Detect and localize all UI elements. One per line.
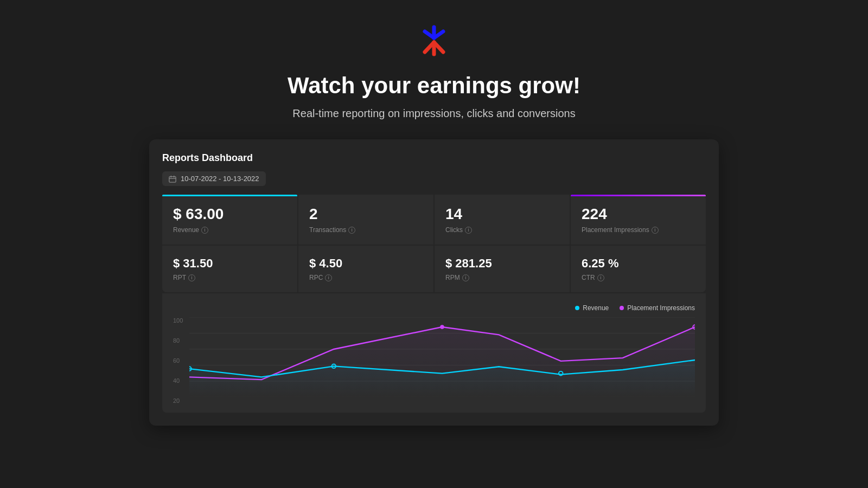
- chart-area: 100 80 60 40 20: [173, 317, 695, 404]
- impressions-label: Placement Impressions i: [582, 226, 695, 234]
- y-axis: 100 80 60 40 20: [173, 317, 188, 404]
- impressions-legend-dot: [620, 306, 624, 310]
- date-range-label: 10-07-2022 - 10-13-2022: [181, 175, 259, 183]
- chart-legend: Revenue Placement Impressions: [173, 304, 695, 312]
- logo: [415, 22, 453, 62]
- revenue-legend-dot: [575, 306, 579, 310]
- metric-card-transactions: 2 Transactions i: [298, 195, 433, 245]
- clicks-label: Clicks i: [445, 226, 559, 234]
- bottom-metrics-grid: $ 31.50 RPT i $ 4.50 RPC i $ 281.25 RPM …: [162, 246, 706, 292]
- metric-card-ctr: 6.25 % CTR i: [571, 246, 706, 292]
- page-headline: Watch your earnings grow!: [288, 73, 580, 99]
- chart-svg: [189, 317, 695, 397]
- rpm-label: RPM i: [445, 274, 559, 281]
- legend-impressions: Placement Impressions: [620, 304, 695, 312]
- transactions-label: Transactions i: [309, 226, 423, 234]
- dashboard-title: Reports Dashboard: [162, 152, 706, 164]
- y-label-40: 40: [173, 377, 183, 384]
- y-label-100: 100: [173, 317, 183, 324]
- dashboard-card: Reports Dashboard 10-07-2022 - 10-13-202…: [149, 139, 719, 426]
- clicks-info-icon[interactable]: i: [465, 227, 472, 234]
- metric-card-rpt: $ 31.50 RPT i: [162, 246, 297, 292]
- ctr-label: CTR i: [582, 274, 695, 281]
- clicks-value: 14: [445, 206, 559, 223]
- svg-rect-6: [169, 176, 176, 182]
- revenue-info-icon[interactable]: i: [201, 227, 208, 234]
- metric-card-revenue: $ 63.00 Revenue i: [162, 195, 297, 245]
- transactions-value: 2: [309, 206, 423, 223]
- spark-logo-icon: [415, 22, 453, 60]
- legend-revenue: Revenue: [575, 304, 609, 312]
- impressions-legend-label: Placement Impressions: [627, 304, 695, 312]
- rpt-info-icon[interactable]: i: [188, 274, 195, 281]
- metric-card-rpc: $ 4.50 RPC i: [298, 246, 433, 292]
- calendar-icon: [169, 175, 176, 183]
- revenue-legend-label: Revenue: [583, 304, 609, 312]
- rpm-info-icon[interactable]: i: [462, 274, 469, 281]
- rpt-label: RPT i: [173, 274, 286, 281]
- revenue-value: $ 63.00: [173, 206, 286, 223]
- metric-card-clicks: 14 Clicks i: [435, 195, 570, 245]
- rpc-value: $ 4.50: [309, 256, 423, 271]
- metric-card-impressions: 224 Placement Impressions i: [571, 195, 706, 245]
- rpm-value: $ 281.25: [445, 256, 559, 271]
- rpc-info-icon[interactable]: i: [325, 274, 332, 281]
- y-label-80: 80: [173, 337, 183, 344]
- rpc-label: RPC i: [309, 274, 423, 281]
- impressions-info-icon[interactable]: i: [652, 227, 659, 234]
- page-subtitle: Real-time reporting on impressions, clic…: [292, 107, 575, 120]
- ctr-value: 6.25 %: [582, 256, 695, 271]
- top-metrics-grid: $ 63.00 Revenue i 2 Transactions i 14 Cl…: [162, 195, 706, 245]
- date-range-badge[interactable]: 10-07-2022 - 10-13-2022: [162, 171, 266, 186]
- ctr-info-icon[interactable]: i: [597, 274, 604, 281]
- y-label-20: 20: [173, 397, 183, 404]
- revenue-label: Revenue i: [173, 226, 286, 234]
- chart-section: Revenue Placement Impressions 100 80 60 …: [162, 293, 706, 413]
- impressions-value: 224: [582, 206, 695, 223]
- impressions-peak-dot: [440, 325, 444, 329]
- y-label-60: 60: [173, 357, 183, 364]
- metric-card-rpm: $ 281.25 RPM i: [435, 246, 570, 292]
- rpt-value: $ 31.50: [173, 256, 286, 271]
- transactions-info-icon[interactable]: i: [348, 227, 355, 234]
